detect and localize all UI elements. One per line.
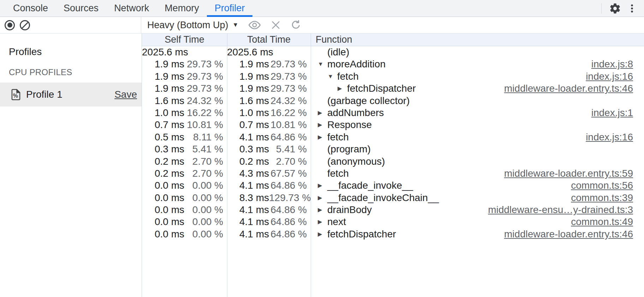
- profile-list-item[interactable]: % Profile 1 Save: [0, 83, 142, 107]
- total-time-ms: 8.3 ms: [227, 192, 269, 204]
- table-row[interactable]: 1.9 ms 29.73 % 1.9 ms 29.73 % ▼ fetch in…: [142, 71, 644, 83]
- expander-icon[interactable]: ▼: [328, 71, 337, 83]
- table-row[interactable]: 0.0 ms 0.00 % 4.1 ms 64.86 % ▶ fetchDisp…: [142, 228, 644, 240]
- table-row[interactable]: 1.9 ms 29.73 % 1.9 ms 29.73 % ▼ moreAddi…: [142, 58, 644, 70]
- expander-icon[interactable]: ▶: [318, 204, 327, 216]
- function-name: (idle): [327, 46, 349, 58]
- expander-icon[interactable]: ▶: [318, 180, 327, 192]
- total-time-ms: 4.1 ms: [227, 228, 269, 240]
- expander-icon[interactable]: ▼: [318, 58, 327, 70]
- table-row[interactable]: 0.3 ms 5.41 % 0.3 ms 5.41 % (program): [142, 143, 644, 155]
- source-location-link[interactable]: middleware-ensu…y-drained.ts:3: [481, 204, 644, 216]
- table-row[interactable]: 0.2 ms 2.70 % 0.2 ms 2.70 % (anonymous): [142, 156, 644, 168]
- self-time-cell: 1.9 ms 29.73 %: [142, 83, 227, 95]
- total-time-ms: 4.1 ms: [227, 131, 269, 143]
- more-options-icon[interactable]: [624, 1, 640, 16]
- total-time-cell: 4.1 ms 64.86 %: [227, 228, 311, 240]
- table-row[interactable]: 1.0 ms 16.22 % 1.0 ms 16.22 % ▶ addNumbe…: [142, 107, 644, 119]
- source-location-link[interactable]: index.js:8: [584, 58, 644, 70]
- function-name: fetch: [327, 168, 349, 180]
- total-time-cell: 0.7 ms 10.81 %: [227, 119, 311, 131]
- table-row[interactable]: 0.0 ms 0.00 % 4.1 ms 64.86 % ▶ __facade_…: [142, 180, 644, 192]
- tab-label: Sources: [64, 3, 99, 14]
- expander-icon[interactable]: ▶: [318, 216, 327, 228]
- source-location-link[interactable]: common.ts:39: [564, 192, 644, 204]
- column-header-self-time[interactable]: Self Time: [142, 34, 227, 46]
- tab-console[interactable]: Console: [5, 0, 56, 17]
- table-row[interactable]: 0.7 ms 10.81 % 0.7 ms 10.81 % ▶ Response: [142, 119, 644, 131]
- source-location-link[interactable]: common.ts:49: [564, 216, 644, 228]
- expander-icon[interactable]: ▶: [318, 119, 327, 131]
- table-row[interactable]: 1.6 ms 24.32 % 1.6 ms 24.32 % (garbage c…: [142, 95, 644, 107]
- total-time-cell: 2025.6 ms: [227, 46, 311, 58]
- expander-icon[interactable]: ▶: [318, 228, 327, 240]
- table-row[interactable]: 0.0 ms 0.00 % 8.3 ms 129.73 % ▶ __facade…: [142, 192, 644, 204]
- column-divider[interactable]: [311, 34, 311, 297]
- total-time-ms: 1.0 ms: [227, 107, 269, 119]
- tab-network[interactable]: Network: [106, 0, 157, 17]
- source-location-link[interactable]: middleware-loader.entry.ts:46: [497, 83, 644, 95]
- focus-eye-icon[interactable]: [248, 20, 261, 30]
- self-time-ms: 0.0 ms: [142, 180, 184, 192]
- source-location-link[interactable]: index.js:1: [584, 107, 644, 119]
- source-location-link[interactable]: index.js:16: [579, 131, 644, 143]
- total-time-percent: 29.73 %: [269, 58, 311, 70]
- view-mode-label: Heavy (Bottom Up): [147, 20, 228, 31]
- table-row[interactable]: 2025.6 ms 2025.6 ms (idle): [142, 46, 644, 58]
- table-row[interactable]: 0.0 ms 0.00 % 4.1 ms 64.86 % ▶ drainBody…: [142, 204, 644, 216]
- self-time-percent: 2.70 %: [184, 156, 227, 168]
- expander-icon[interactable]: ▶: [338, 83, 347, 95]
- tab-profiler[interactable]: Profiler: [207, 0, 253, 17]
- total-time-percent: 2.70 %: [269, 156, 311, 168]
- column-divider[interactable]: [227, 34, 227, 297]
- self-time-ms: 0.0 ms: [142, 204, 184, 216]
- profile-name: Profile 1: [26, 89, 62, 100]
- total-time-cell: 8.3 ms 129.73 %: [227, 192, 311, 204]
- self-time-cell: 0.2 ms 2.70 %: [142, 168, 227, 180]
- self-time-percent: 16.22 %: [184, 107, 227, 119]
- restore-refresh-icon[interactable]: [291, 20, 301, 30]
- table-row[interactable]: 0.2 ms 2.70 % 4.3 ms 67.57 % fetch middl…: [142, 168, 644, 180]
- self-time-cell: 0.0 ms 0.00 %: [142, 216, 227, 228]
- self-time-cell: 1.6 ms 24.32 %: [142, 95, 227, 107]
- self-time-percent: [184, 46, 227, 58]
- self-time-ms: 1.9 ms: [142, 83, 184, 95]
- view-mode-dropdown[interactable]: Heavy (Bottom Up) ▼: [147, 20, 238, 31]
- function-name: next: [327, 216, 346, 228]
- source-location-link[interactable]: middleware-loader.entry.ts:46: [497, 228, 644, 240]
- table-row[interactable]: 1.9 ms 29.73 % 1.9 ms 29.73 % ▶ fetchDis…: [142, 83, 644, 95]
- save-profile-link[interactable]: Save: [114, 89, 137, 100]
- total-time-ms: 1.9 ms: [227, 83, 269, 95]
- expander-icon[interactable]: ▶: [318, 131, 327, 143]
- function-name: fetch: [327, 131, 349, 143]
- self-time-cell: 0.0 ms 0.00 %: [142, 228, 227, 240]
- record-dot: [7, 23, 12, 28]
- record-icon[interactable]: [5, 20, 15, 30]
- clear-icon[interactable]: [20, 20, 30, 30]
- self-time-ms: 0.0 ms: [142, 192, 184, 204]
- source-location-link[interactable]: common.ts:56: [564, 180, 644, 192]
- column-header-total-time[interactable]: Total Time: [227, 34, 311, 46]
- total-time-percent: 5.41 %: [269, 143, 311, 155]
- table-row[interactable]: 0.0 ms 0.00 % 4.1 ms 64.86 % ▶ next comm…: [142, 216, 644, 228]
- table-row[interactable]: 0.5 ms 8.11 % 4.1 ms 64.86 % ▶ fetch ind…: [142, 131, 644, 143]
- self-time-cell: 0.0 ms 0.00 %: [142, 204, 227, 216]
- column-header-function[interactable]: Function: [311, 34, 644, 46]
- total-time-percent: 10.81 %: [269, 119, 311, 131]
- total-time-percent: 29.73 %: [269, 83, 311, 95]
- profiles-sidebar: Profiles CPU PROFILES % Profile 1 Save: [0, 34, 142, 297]
- expander-icon[interactable]: ▶: [318, 107, 327, 119]
- source-location-link[interactable]: index.js:16: [579, 71, 644, 83]
- function-name: moreAddition: [327, 58, 386, 70]
- sidebar-title: Profiles: [9, 46, 142, 57]
- tab-sources[interactable]: Sources: [56, 0, 106, 17]
- profiler-toolbar-left: [0, 17, 141, 33]
- exclude-x-icon[interactable]: [271, 20, 281, 30]
- expander-icon[interactable]: ▶: [318, 192, 327, 204]
- self-time-ms: 1.0 ms: [142, 107, 184, 119]
- settings-gear-icon[interactable]: [607, 1, 624, 16]
- function-name: (garbage collector): [327, 95, 410, 107]
- function-name: fetchDispatcher: [327, 228, 396, 240]
- tab-memory[interactable]: Memory: [157, 0, 207, 17]
- source-location-link[interactable]: middleware-loader.entry.ts:59: [497, 168, 644, 180]
